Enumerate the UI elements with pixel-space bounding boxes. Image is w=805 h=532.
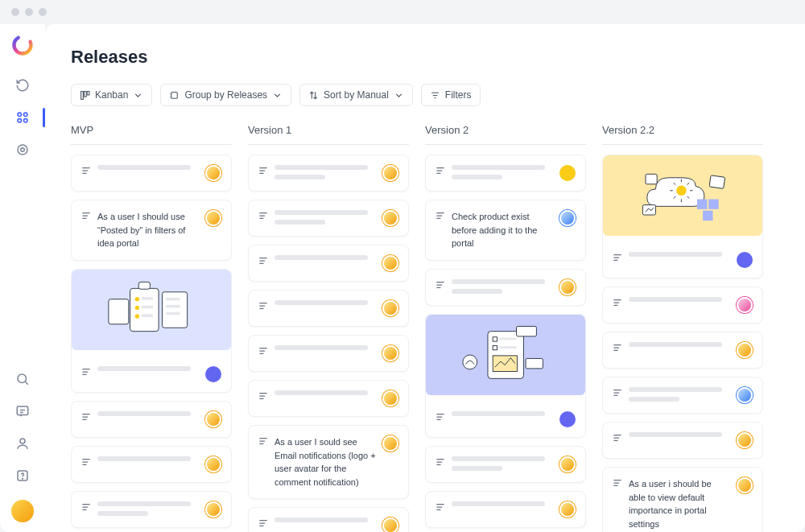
nav-item-user[interactable] [8, 429, 37, 458]
user-avatar[interactable] [11, 500, 34, 522]
kanban-card[interactable] [248, 380, 409, 417]
card-placeholder-text [629, 432, 730, 437]
svg-point-20 [135, 305, 139, 309]
kanban-card[interactable]: As a user i should be able to view defau… [602, 467, 763, 532]
svg-rect-33 [499, 346, 516, 348]
card-text: As a user i should be able to view defau… [629, 477, 730, 530]
kanban-card[interactable]: Check product exist before adding it to … [425, 200, 586, 261]
nav-item-target[interactable] [8, 135, 37, 164]
list-icon [258, 437, 268, 445]
card-text: Check product exist before adding it to … [452, 210, 553, 250]
chevron-down-icon [394, 90, 404, 101]
window-dot-max[interactable] [39, 8, 47, 16]
list-icon [258, 302, 268, 310]
sort-icon [308, 90, 319, 101]
kanban-card[interactable] [425, 491, 586, 528]
kanban-card[interactable] [602, 155, 763, 278]
kanban-card[interactable] [71, 491, 232, 528]
svg-rect-25 [166, 297, 180, 300]
kanban-column: MVPAs a user I should use “Posted by” in… [71, 124, 232, 532]
filter-icon [430, 90, 440, 101]
svg-rect-34 [493, 355, 517, 371]
card-placeholder-text [97, 411, 199, 416]
card-text: As a user I should use “Posted by” in fi… [97, 210, 199, 250]
card-placeholder-text [275, 255, 376, 260]
svg-rect-37 [516, 326, 536, 336]
kanban-card[interactable] [425, 314, 586, 438]
kanban-card[interactable] [248, 290, 409, 327]
svg-rect-17 [162, 291, 187, 327]
card-placeholder-text [452, 456, 553, 471]
kanban-card[interactable] [71, 269, 232, 393]
list-icon [436, 413, 445, 421]
kanban-card[interactable] [248, 155, 409, 192]
kanban-card[interactable] [248, 200, 409, 237]
view-selector[interactable]: Kanban [71, 84, 152, 106]
column-title: Version 1 [248, 124, 409, 145]
kanban-card[interactable] [248, 507, 409, 532]
filter-label: Filters [445, 89, 472, 101]
card-avatar [382, 165, 398, 181]
kanban-card[interactable]: As a user I sould see Email notification… [248, 425, 409, 499]
list-icon [81, 458, 91, 466]
column-title: Version 2 [425, 124, 586, 145]
card-avatar [205, 501, 221, 518]
kanban-card[interactable] [71, 401, 232, 438]
svg-rect-40 [642, 205, 655, 215]
nav-item-chat[interactable] [8, 397, 37, 426]
card-avatar [205, 165, 221, 181]
nav-item-refresh[interactable] [8, 71, 37, 100]
svg-rect-31 [499, 337, 516, 340]
svg-rect-39 [646, 174, 657, 184]
nav-item-search[interactable] [8, 365, 37, 394]
card-avatar [559, 279, 576, 295]
filters-button[interactable]: Filters [421, 84, 481, 106]
svg-point-5 [18, 145, 27, 155]
svg-rect-28 [138, 282, 150, 289]
toolbar: Kanban Group by Releases Sort by Manual … [71, 84, 805, 106]
main-panel: Releases Kanban Group by Releases Sort b… [45, 24, 805, 532]
kanban-card[interactable] [425, 446, 586, 483]
svg-rect-12 [81, 91, 84, 99]
card-illustration [426, 315, 585, 395]
card-avatar [382, 435, 398, 452]
kanban-card[interactable] [248, 245, 409, 282]
window-dot-min[interactable] [25, 8, 33, 16]
group-label: Group by Releases [184, 89, 267, 101]
card-avatar [205, 411, 221, 427]
card-placeholder-text [629, 387, 730, 402]
group-selector[interactable]: Group by Releases [160, 84, 291, 106]
svg-rect-35 [526, 358, 543, 368]
kanban-card[interactable] [71, 155, 232, 192]
card-placeholder-text [452, 501, 553, 506]
list-icon [436, 167, 445, 175]
kanban-card[interactable]: As a user I should use “Posted by” in fi… [71, 200, 232, 261]
kanban-card[interactable] [425, 155, 586, 192]
layers-icon [169, 90, 180, 101]
window-titlebar [0, 0, 805, 24]
kanban-column: Version 2Check product exist before addi… [425, 124, 586, 532]
list-icon [258, 392, 268, 400]
svg-point-38 [676, 186, 686, 196]
kanban-card[interactable] [602, 332, 763, 369]
nav-item-board[interactable] [8, 103, 37, 132]
list-icon [436, 212, 445, 220]
card-placeholder-text [275, 165, 376, 179]
column-title: MVP [71, 124, 232, 145]
kanban-card[interactable] [248, 335, 409, 372]
kanban-card[interactable] [602, 377, 763, 414]
page-title: Releases [71, 47, 805, 68]
list-icon [436, 503, 445, 511]
view-label: Kanban [95, 89, 128, 101]
nav-item-help[interactable] [8, 461, 37, 490]
card-text: As a user I sould see Email notification… [275, 435, 376, 489]
card-avatar [737, 432, 753, 448]
sort-selector[interactable]: Sort by Manual [299, 84, 413, 106]
kanban-card[interactable] [602, 287, 763, 324]
kanban-card[interactable] [425, 269, 586, 306]
card-avatar [737, 297, 753, 313]
kanban-card[interactable] [602, 422, 763, 459]
chevron-down-icon [133, 90, 143, 101]
window-dot-close[interactable] [11, 8, 19, 16]
kanban-card[interactable] [71, 446, 232, 483]
